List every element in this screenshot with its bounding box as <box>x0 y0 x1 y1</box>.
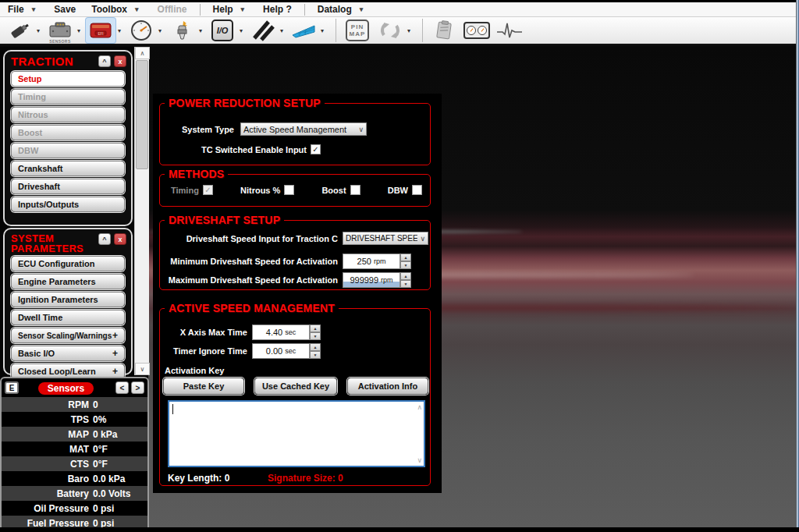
scrollbar-thumb[interactable] <box>136 60 148 169</box>
scroll-up-icon[interactable]: ∧ <box>417 403 422 411</box>
spinner-up-icon[interactable]: ▲ <box>400 254 411 261</box>
method-dbw-checkbox[interactable] <box>412 185 422 195</box>
window-bottom-edge <box>0 527 799 532</box>
menu-help-caret[interactable]: ▾ <box>241 5 256 13</box>
timer-ignore-spinner[interactable]: 0.00sec ▲▼ <box>252 343 321 359</box>
dual-gauges-icon[interactable] <box>462 18 492 43</box>
menu-datalog[interactable]: Datalog <box>310 4 360 15</box>
sidebar-item-engine-parameters[interactable]: Engine Parameters <box>11 274 125 289</box>
sidebar-item-crankshaft[interactable]: Crankshaft <box>11 161 125 176</box>
io-icon-label: I/O <box>217 26 229 35</box>
gauge-dropdown-caret[interactable]: ▾ <box>156 27 164 34</box>
spinner-up-icon[interactable]: ▲ <box>310 343 321 351</box>
waveform-icon[interactable] <box>495 18 524 43</box>
spinner-down-icon[interactable]: ▼ <box>400 280 411 288</box>
menu-file[interactable]: File <box>0 4 32 15</box>
chevron-down-icon: ∨ <box>417 235 425 243</box>
injector-dropdown-caret[interactable]: ▾ <box>34 27 42 34</box>
system-type-select[interactable]: Active Speed Management ∨ <box>240 122 367 136</box>
spinner-up-icon[interactable]: ▲ <box>310 325 321 332</box>
gauge-icon[interactable] <box>126 18 156 43</box>
injector-icon[interactable] <box>5 18 34 43</box>
close-button[interactable]: x <box>114 55 126 67</box>
expand-plus-icon: + <box>112 366 118 377</box>
collapse-button[interactable]: ^ <box>98 233 111 245</box>
sidebar-scrollbar[interactable]: ∧ ∨ <box>134 47 149 375</box>
sidebar-item-ecu-configuration[interactable]: ECU Configuration <box>11 256 125 271</box>
collapse-button[interactable]: ^ <box>98 55 111 67</box>
sensors-panel-title: Sensors <box>19 381 113 395</box>
timer-value: 0.00 <box>266 346 282 356</box>
power-reduction-title: POWER REDUCTION SETUP <box>165 97 325 109</box>
sensors-e-button[interactable]: E <box>5 381 19 394</box>
method-nitrous-checkbox[interactable] <box>284 185 294 195</box>
sparkplug-icon[interactable] <box>167 18 197 43</box>
menu-help[interactable]: Help <box>205 4 241 15</box>
spinner-down-icon[interactable]: ▼ <box>310 332 321 340</box>
spinner-down-icon[interactable]: ▼ <box>400 261 411 269</box>
sidebar-item-dwell-time[interactable]: Dwell Time <box>11 310 125 325</box>
min-driveshaft-unit: rpm <box>374 257 386 265</box>
timer-unit: sec <box>285 347 296 355</box>
driveshaft-setup-title: DRIVESHAFT SETUP <box>165 214 284 226</box>
sidebar-item-sensor-scaling[interactable]: Sensor Scaling/Warnings+ <box>11 328 125 343</box>
sidebar-item-boost: Boost <box>11 125 125 140</box>
asm-title: ACTIVE SPEED MANAGEMENT <box>165 302 339 314</box>
pin-map-icon[interactable]: PINMAP <box>343 18 372 43</box>
io-dropdown-caret[interactable]: ▾ <box>237 27 245 34</box>
method-boost-checkbox[interactable] <box>350 185 360 195</box>
expand-plus-icon: + <box>112 330 118 341</box>
menu-file-caret[interactable]: ▾ <box>32 5 47 13</box>
timer-ignore-label: Timer Ignore Time <box>160 346 247 356</box>
power-reduction-fieldset: POWER REDUCTION SETUP System Type Active… <box>159 103 431 165</box>
driveshaft-input-select[interactable]: DRIVESHAFT SPEED ∨ <box>343 232 428 245</box>
scrollbar-down-arrow[interactable]: ∨ <box>135 363 150 375</box>
sensors-module-icon[interactable]: SENSORS <box>45 18 75 43</box>
active-speed-management-fieldset: ACTIVE SPEED MANAGEMENT X Axis Max Time … <box>159 308 431 486</box>
timing-stripes-icon[interactable] <box>248 18 278 43</box>
sidebar-item-nitrous: Nitrous <box>11 107 125 122</box>
sensors-dropdown-caret[interactable]: ▾ <box>75 27 83 34</box>
xaxis-max-time-spinner[interactable]: 4.40sec ▲▼ <box>252 325 321 340</box>
paste-key-button[interactable]: Paste Key <box>163 378 244 395</box>
system-type-value: Active Speed Management <box>243 125 356 134</box>
spinner-down-icon[interactable]: ▼ <box>310 351 321 359</box>
xaxis-max-time-label: X Axis Max Time <box>160 328 247 337</box>
sidebar-item-setup[interactable]: Setup <box>11 71 125 87</box>
traction-setup-view: POWER REDUCTION SETUP System Type Active… <box>153 94 442 493</box>
max-driveshaft-spinner[interactable]: 999999rpm ▲▼ <box>343 272 411 288</box>
menu-help-question[interactable]: Help ? <box>255 4 300 15</box>
spinner-up-icon[interactable]: ▲ <box>400 272 411 280</box>
graph-3d-icon[interactable] <box>289 18 318 43</box>
graph3d-dropdown-caret[interactable]: ▾ <box>318 27 326 34</box>
sensors-next-button[interactable]: > <box>131 381 144 394</box>
menu-save[interactable]: Save <box>46 4 83 15</box>
menu-datalog-caret[interactable]: ▾ <box>360 5 375 13</box>
timing-dropdown-caret[interactable]: ▾ <box>278 27 286 34</box>
traction-panel: TRACTION ^ x Setup Timing Nitrous Boost … <box>3 50 133 226</box>
efi-dropdown-caret[interactable]: ▾ <box>115 27 123 34</box>
menu-toolbox-caret[interactable]: ▾ <box>135 5 150 13</box>
sync-dropdown-caret[interactable]: ▾ <box>405 27 413 34</box>
sidebar-item-driveshaft[interactable]: Driveshaft <box>11 179 125 194</box>
sparkplug-dropdown-caret[interactable]: ▾ <box>197 27 204 34</box>
sidebar-item-basic-io[interactable]: Basic I/O+ <box>11 346 125 361</box>
driveshaft-input-value: DRIVESHAFT SPEED <box>346 234 417 243</box>
min-driveshaft-spinner[interactable]: 250rpm ▲▼ <box>343 254 411 269</box>
sidebar-item-ignition-parameters[interactable]: Ignition Parameters <box>11 292 125 307</box>
sensors-prev-button[interactable]: < <box>115 381 129 394</box>
clipboard-icon[interactable] <box>429 18 459 43</box>
io-icon[interactable]: I/O <box>208 18 237 43</box>
svg-text:EFI: EFI <box>98 32 103 36</box>
menu-toolbox[interactable]: Toolbox <box>83 4 135 15</box>
sidebar-item-inputs-outputs[interactable]: Inputs/Outputs <box>11 197 125 212</box>
sync-icon[interactable] <box>375 18 405 43</box>
efi-setup-icon[interactable]: EFI <box>86 18 115 43</box>
scrollbar-up-arrow[interactable]: ∧ <box>135 47 150 59</box>
activation-info-button[interactable]: Activation Info <box>347 378 428 395</box>
close-button[interactable]: x <box>114 233 126 245</box>
use-cached-key-button[interactable]: Use Cached Key <box>254 378 337 395</box>
scroll-down-icon[interactable]: ∨ <box>417 456 422 464</box>
activation-key-textarea[interactable]: ∧ ∨ <box>168 400 425 467</box>
tc-switched-checkbox[interactable]: ✓ <box>311 144 321 154</box>
